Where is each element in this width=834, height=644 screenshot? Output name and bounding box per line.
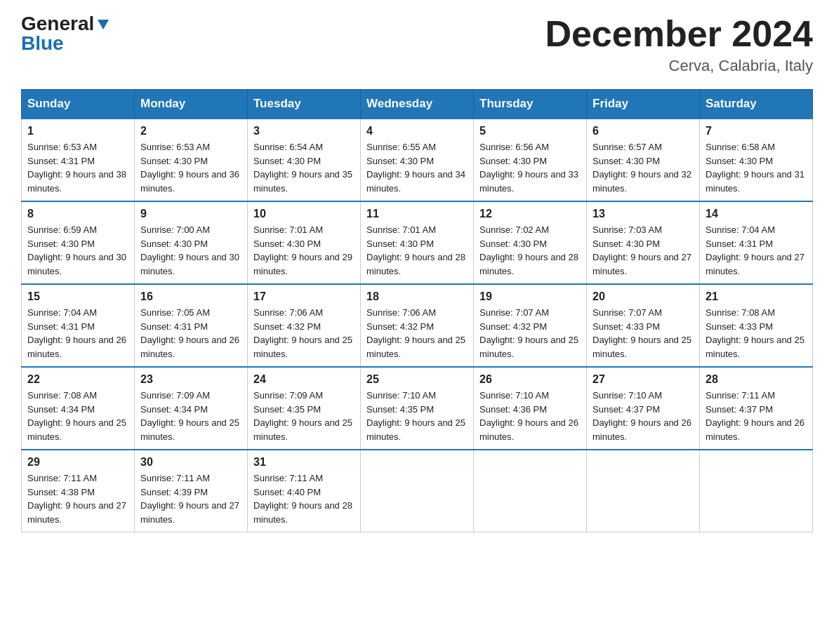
title-block: December 2024 Cerva, Calabria, Italy bbox=[545, 14, 813, 75]
day-number: 11 bbox=[366, 208, 468, 220]
weekday-header-monday: Monday bbox=[135, 90, 248, 119]
day-number: 22 bbox=[27, 373, 128, 386]
calendar-cell: 17 Sunrise: 7:06 AMSunset: 4:32 PMDaylig… bbox=[248, 284, 361, 367]
day-info: Sunrise: 7:11 AMSunset: 4:38 PMDaylight:… bbox=[27, 473, 126, 525]
day-info: Sunrise: 6:53 AMSunset: 4:30 PMDaylight:… bbox=[140, 142, 239, 194]
day-number: 5 bbox=[479, 125, 581, 137]
day-info: Sunrise: 7:10 AMSunset: 4:37 PMDaylight:… bbox=[593, 390, 691, 442]
day-number: 30 bbox=[140, 456, 241, 469]
calendar-cell: 12 Sunrise: 7:02 AMSunset: 4:30 PMDaylig… bbox=[474, 201, 587, 284]
day-number: 16 bbox=[140, 290, 241, 303]
logo: General Blue bbox=[21, 14, 111, 53]
day-number: 28 bbox=[706, 373, 807, 386]
calendar-cell: 4 Sunrise: 6:55 AMSunset: 4:30 PMDayligh… bbox=[361, 119, 474, 201]
day-info: Sunrise: 6:55 AMSunset: 4:30 PMDaylight:… bbox=[366, 142, 465, 194]
day-number: 8 bbox=[27, 208, 128, 220]
calendar-cell: 21 Sunrise: 7:08 AMSunset: 4:33 PMDaylig… bbox=[700, 284, 813, 367]
day-number: 23 bbox=[140, 373, 241, 386]
calendar-cell bbox=[700, 450, 813, 532]
day-info: Sunrise: 7:01 AMSunset: 4:30 PMDaylight:… bbox=[366, 224, 465, 276]
calendar-week-row: 1 Sunrise: 6:53 AMSunset: 4:31 PMDayligh… bbox=[22, 119, 813, 201]
day-info: Sunrise: 6:54 AMSunset: 4:30 PMDaylight:… bbox=[253, 142, 352, 194]
calendar-cell: 16 Sunrise: 7:05 AMSunset: 4:31 PMDaylig… bbox=[135, 284, 248, 367]
day-number: 21 bbox=[706, 290, 807, 303]
calendar-cell: 6 Sunrise: 6:57 AMSunset: 4:30 PMDayligh… bbox=[587, 119, 700, 201]
month-title: December 2024 bbox=[545, 14, 813, 54]
day-info: Sunrise: 6:57 AMSunset: 4:30 PMDaylight:… bbox=[593, 142, 691, 194]
page-header: General Blue December 2024 Cerva, Calabr… bbox=[21, 14, 813, 75]
weekday-header-row: SundayMondayTuesdayWednesdayThursdayFrid… bbox=[22, 90, 813, 119]
day-info: Sunrise: 7:05 AMSunset: 4:31 PMDaylight:… bbox=[140, 307, 239, 359]
calendar-week-row: 8 Sunrise: 6:59 AMSunset: 4:30 PMDayligh… bbox=[22, 201, 813, 284]
calendar-cell: 2 Sunrise: 6:53 AMSunset: 4:30 PMDayligh… bbox=[135, 119, 248, 201]
day-info: Sunrise: 7:04 AMSunset: 4:31 PMDaylight:… bbox=[27, 307, 126, 359]
day-number: 17 bbox=[253, 290, 355, 303]
day-info: Sunrise: 7:06 AMSunset: 4:32 PMDaylight:… bbox=[366, 307, 465, 359]
calendar-week-row: 15 Sunrise: 7:04 AMSunset: 4:31 PMDaylig… bbox=[22, 284, 813, 367]
calendar-cell: 18 Sunrise: 7:06 AMSunset: 4:32 PMDaylig… bbox=[361, 284, 474, 367]
weekday-header-saturday: Saturday bbox=[700, 90, 813, 119]
weekday-header-friday: Friday bbox=[587, 90, 700, 119]
weekday-header-thursday: Thursday bbox=[474, 90, 587, 119]
calendar-cell bbox=[587, 450, 700, 532]
day-info: Sunrise: 7:11 AMSunset: 4:39 PMDaylight:… bbox=[140, 473, 239, 525]
calendar-cell: 15 Sunrise: 7:04 AMSunset: 4:31 PMDaylig… bbox=[22, 284, 135, 367]
day-number: 2 bbox=[140, 125, 241, 137]
day-info: Sunrise: 7:03 AMSunset: 4:30 PMDaylight:… bbox=[593, 224, 691, 276]
day-number: 7 bbox=[706, 125, 807, 137]
day-info: Sunrise: 6:58 AMSunset: 4:30 PMDaylight:… bbox=[706, 142, 805, 194]
day-info: Sunrise: 7:10 AMSunset: 4:35 PMDaylight:… bbox=[366, 390, 465, 442]
calendar-cell: 8 Sunrise: 6:59 AMSunset: 4:30 PMDayligh… bbox=[22, 201, 135, 284]
logo-arrow-icon bbox=[95, 17, 111, 32]
calendar-week-row: 29 Sunrise: 7:11 AMSunset: 4:38 PMDaylig… bbox=[22, 450, 813, 532]
calendar-week-row: 22 Sunrise: 7:08 AMSunset: 4:34 PMDaylig… bbox=[22, 367, 813, 450]
logo-blue: Blue bbox=[21, 34, 64, 53]
day-number: 19 bbox=[479, 290, 581, 303]
svg-marker-0 bbox=[98, 20, 109, 29]
calendar-table: SundayMondayTuesdayWednesdayThursdayFrid… bbox=[21, 89, 813, 532]
day-info: Sunrise: 7:07 AMSunset: 4:32 PMDaylight:… bbox=[479, 307, 578, 359]
day-number: 4 bbox=[366, 125, 468, 137]
calendar-cell: 23 Sunrise: 7:09 AMSunset: 4:34 PMDaylig… bbox=[135, 367, 248, 450]
calendar-cell bbox=[361, 450, 474, 532]
calendar-cell: 30 Sunrise: 7:11 AMSunset: 4:39 PMDaylig… bbox=[135, 450, 248, 532]
location: Cerva, Calabria, Italy bbox=[545, 57, 813, 75]
day-info: Sunrise: 7:02 AMSunset: 4:30 PMDaylight:… bbox=[479, 224, 578, 276]
day-info: Sunrise: 6:59 AMSunset: 4:30 PMDaylight:… bbox=[27, 224, 126, 276]
calendar-cell: 28 Sunrise: 7:11 AMSunset: 4:37 PMDaylig… bbox=[700, 367, 813, 450]
day-number: 1 bbox=[27, 125, 128, 137]
day-number: 27 bbox=[593, 373, 694, 386]
calendar-cell: 7 Sunrise: 6:58 AMSunset: 4:30 PMDayligh… bbox=[700, 119, 813, 201]
calendar-cell: 3 Sunrise: 6:54 AMSunset: 4:30 PMDayligh… bbox=[248, 119, 361, 201]
day-number: 31 bbox=[253, 456, 355, 469]
day-info: Sunrise: 7:11 AMSunset: 4:40 PMDaylight:… bbox=[253, 473, 352, 525]
day-info: Sunrise: 7:10 AMSunset: 4:36 PMDaylight:… bbox=[479, 390, 578, 442]
day-number: 20 bbox=[593, 290, 694, 303]
calendar-cell: 20 Sunrise: 7:07 AMSunset: 4:33 PMDaylig… bbox=[587, 284, 700, 367]
day-info: Sunrise: 7:09 AMSunset: 4:35 PMDaylight:… bbox=[253, 390, 352, 442]
day-number: 3 bbox=[253, 125, 355, 137]
day-info: Sunrise: 6:56 AMSunset: 4:30 PMDaylight:… bbox=[479, 142, 578, 194]
calendar-cell: 27 Sunrise: 7:10 AMSunset: 4:37 PMDaylig… bbox=[587, 367, 700, 450]
logo-general: General bbox=[21, 14, 94, 34]
day-info: Sunrise: 7:08 AMSunset: 4:34 PMDaylight:… bbox=[27, 390, 126, 442]
weekday-header-wednesday: Wednesday bbox=[361, 90, 474, 119]
calendar-cell: 22 Sunrise: 7:08 AMSunset: 4:34 PMDaylig… bbox=[22, 367, 135, 450]
day-number: 18 bbox=[366, 290, 468, 303]
day-number: 26 bbox=[479, 373, 581, 386]
day-number: 6 bbox=[593, 125, 694, 137]
calendar-cell: 10 Sunrise: 7:01 AMSunset: 4:30 PMDaylig… bbox=[248, 201, 361, 284]
day-number: 12 bbox=[479, 208, 581, 220]
calendar-cell: 19 Sunrise: 7:07 AMSunset: 4:32 PMDaylig… bbox=[474, 284, 587, 367]
day-info: Sunrise: 7:09 AMSunset: 4:34 PMDaylight:… bbox=[140, 390, 239, 442]
calendar-cell: 14 Sunrise: 7:04 AMSunset: 4:31 PMDaylig… bbox=[700, 201, 813, 284]
calendar-cell: 26 Sunrise: 7:10 AMSunset: 4:36 PMDaylig… bbox=[474, 367, 587, 450]
day-info: Sunrise: 6:53 AMSunset: 4:31 PMDaylight:… bbox=[27, 142, 126, 194]
calendar-cell: 25 Sunrise: 7:10 AMSunset: 4:35 PMDaylig… bbox=[361, 367, 474, 450]
day-info: Sunrise: 7:01 AMSunset: 4:30 PMDaylight:… bbox=[253, 224, 352, 276]
weekday-header-tuesday: Tuesday bbox=[248, 90, 361, 119]
day-info: Sunrise: 7:07 AMSunset: 4:33 PMDaylight:… bbox=[593, 307, 691, 359]
day-number: 24 bbox=[253, 373, 355, 386]
day-info: Sunrise: 7:00 AMSunset: 4:30 PMDaylight:… bbox=[140, 224, 239, 276]
day-number: 14 bbox=[706, 208, 807, 220]
